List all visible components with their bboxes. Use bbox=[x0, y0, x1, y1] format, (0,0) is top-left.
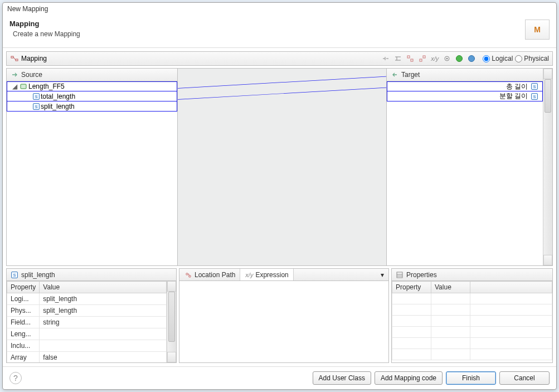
svg-rect-1 bbox=[16, 59, 18, 61]
help-icon[interactable]: ? bbox=[9, 372, 22, 384]
logical-radio[interactable]: Logical bbox=[483, 55, 513, 62]
logical-radio-input[interactable] bbox=[483, 55, 490, 62]
expression-body[interactable] bbox=[179, 281, 388, 362]
source-panel: Source ◢ Length_FF5 s total_length bbox=[7, 69, 177, 265]
properties-table: Property Value bbox=[392, 281, 552, 360]
expression-icon: x/y bbox=[245, 270, 254, 279]
svg-rect-0 bbox=[11, 56, 13, 58]
vertical-scrollbar[interactable] bbox=[167, 281, 176, 362]
col-header-value[interactable]: Value bbox=[40, 282, 167, 293]
expression-tab-row: Location Path x/y Expression ▾ bbox=[179, 269, 388, 281]
col-header-value[interactable]: Value bbox=[431, 282, 470, 293]
mapping-toolbar: Mapping x/y Logical Physical bbox=[6, 51, 553, 66]
bottom-panel-row: s split_length Property Value Logi...spl… bbox=[6, 268, 553, 363]
collapse-toggle-icon[interactable]: ◢ bbox=[11, 83, 18, 90]
properties-icon bbox=[395, 270, 404, 279]
target-panel-title: Target bbox=[387, 69, 543, 81]
mapping-wires bbox=[178, 69, 386, 265]
string-type-icon: s bbox=[531, 83, 538, 90]
scrollbar-thumb[interactable] bbox=[168, 292, 175, 342]
vertical-scrollbar[interactable] bbox=[543, 69, 552, 265]
table-row[interactable] bbox=[392, 293, 552, 304]
properties-panel-title: Properties bbox=[392, 269, 552, 281]
svg-line-11 bbox=[178, 88, 386, 99]
toolbar-gear-icon[interactable] bbox=[443, 54, 451, 63]
table-row[interactable]: Logi...split_length bbox=[7, 293, 167, 305]
source-panel-title: Source bbox=[7, 69, 177, 81]
toolbar-icon-1[interactable] bbox=[381, 54, 390, 63]
finish-button[interactable]: Finish bbox=[446, 371, 496, 385]
target-field-label: 분할 길이 bbox=[499, 91, 528, 101]
table-row[interactable]: Phys...split_length bbox=[7, 305, 167, 317]
field-details-panel: s split_length Property Value Logi...spl… bbox=[6, 268, 177, 363]
table-row[interactable] bbox=[392, 327, 552, 338]
table-row[interactable] bbox=[392, 349, 552, 360]
page-description: Create a new Mapping bbox=[9, 30, 80, 38]
mapping-icon bbox=[10, 54, 19, 63]
toolbar-run-icon[interactable] bbox=[467, 54, 476, 63]
table-row[interactable] bbox=[392, 304, 552, 316]
target-field-total-length[interactable]: 총 길이 s bbox=[387, 81, 543, 91]
table-row[interactable]: Leng... bbox=[7, 328, 167, 340]
svg-rect-12 bbox=[397, 272, 402, 278]
scrollbar-thumb[interactable] bbox=[545, 79, 551, 113]
toolbar-xy-icon[interactable]: x/y bbox=[430, 54, 439, 63]
source-root-node[interactable]: ◢ Length_FF5 bbox=[7, 81, 177, 91]
logical-radio-label: Logical bbox=[492, 55, 513, 62]
mapping-wire-area bbox=[177, 69, 387, 265]
expression-panel: Location Path x/y Expression ▾ bbox=[179, 268, 389, 363]
tab-expression-label: Expression bbox=[255, 271, 288, 279]
toolbar-validate-icon[interactable] bbox=[455, 54, 464, 63]
target-panel-label: Target bbox=[401, 71, 420, 79]
col-header-property[interactable]: Property bbox=[7, 282, 40, 293]
properties-panel: Properties Property Value bbox=[391, 268, 553, 363]
toolbar-icon-2[interactable] bbox=[393, 54, 402, 63]
class-icon bbox=[20, 83, 27, 90]
string-type-icon: s bbox=[33, 103, 40, 110]
svg-rect-6 bbox=[423, 56, 425, 58]
source-field-split-length[interactable]: s split_length bbox=[7, 101, 177, 112]
tab-location-path-label: Location Path bbox=[195, 271, 235, 279]
add-mapping-code-button[interactable]: Add Mapping code bbox=[375, 371, 443, 385]
properties-panel-label: Properties bbox=[406, 271, 437, 279]
source-arrow-icon bbox=[10, 70, 19, 79]
string-type-icon: s bbox=[11, 272, 18, 278]
source-field-total-length[interactable]: s total_length bbox=[7, 91, 177, 101]
dialog-header: Mapping Create a new Mapping M bbox=[3, 15, 556, 48]
dialog-button-bar: ? Add User Class Add Mapping code Finish… bbox=[3, 366, 556, 389]
table-row[interactable] bbox=[392, 338, 552, 349]
svg-line-2 bbox=[13, 57, 16, 60]
tab-location-path[interactable]: Location Path bbox=[179, 269, 240, 280]
cancel-button[interactable]: Cancel bbox=[499, 371, 550, 385]
toolbar-icon-3[interactable] bbox=[406, 54, 415, 63]
target-panel: Target 총 길이 s 분할 길이 s bbox=[387, 69, 543, 265]
source-field-label: total_length bbox=[41, 93, 75, 100]
source-root-label: Length_FF5 bbox=[28, 83, 65, 90]
view-mode-radio-group: Logical Physical bbox=[483, 55, 549, 62]
mapping-header-icon-letter: M bbox=[534, 25, 541, 34]
table-row[interactable]: Inclu... bbox=[7, 340, 167, 352]
window-title: New Mapping bbox=[7, 5, 48, 13]
tab-dropdown-icon[interactable]: ▾ bbox=[376, 271, 388, 279]
table-row[interactable]: Arrayfalse bbox=[7, 352, 167, 363]
target-arrow-icon bbox=[390, 70, 399, 79]
tab-expression[interactable]: x/y Expression bbox=[240, 269, 293, 280]
string-type-icon: s bbox=[531, 93, 538, 100]
physical-radio-label: Physical bbox=[524, 55, 549, 62]
svg-line-10 bbox=[178, 76, 386, 88]
new-mapping-dialog: New Mapping Mapping Create a new Mapping… bbox=[2, 2, 557, 390]
source-panel-label: Source bbox=[21, 71, 42, 79]
target-field-split-length[interactable]: 분할 길이 s bbox=[387, 91, 543, 101]
toolbar-icon-4[interactable] bbox=[418, 54, 427, 63]
window-titlebar: New Mapping bbox=[3, 3, 556, 15]
col-header-extra[interactable] bbox=[470, 282, 552, 293]
table-row[interactable]: Field...string bbox=[7, 317, 167, 328]
svg-rect-9 bbox=[21, 84, 26, 89]
col-header-property[interactable]: Property bbox=[392, 282, 431, 293]
field-properties-table: Property Value Logi...split_length Phys.… bbox=[7, 281, 167, 362]
physical-radio[interactable]: Physical bbox=[515, 55, 549, 62]
physical-radio-input[interactable] bbox=[515, 55, 522, 62]
mapping-toolbar-label: Mapping bbox=[21, 55, 47, 62]
add-user-class-button[interactable]: Add User Class bbox=[313, 371, 371, 385]
table-row[interactable] bbox=[392, 316, 552, 327]
